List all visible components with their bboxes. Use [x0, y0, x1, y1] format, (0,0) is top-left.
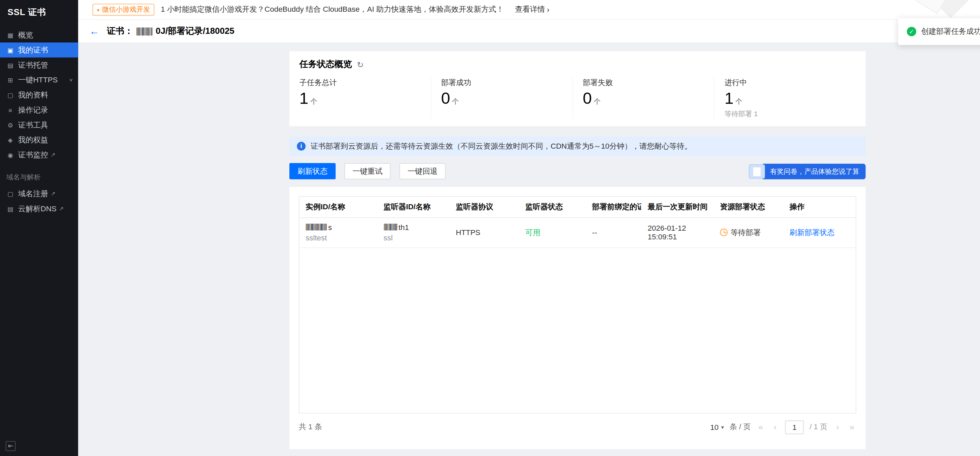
sidebar-item-cert-tools[interactable]: ⚙ 证书工具	[0, 118, 78, 133]
stat-deploy-success: 部署成功 0 个	[430, 77, 572, 119]
records-icon: ≡	[6, 106, 14, 113]
sidebar-item-label: 证书托管	[18, 60, 48, 70]
stats-row: 子任务总计 1 个 部署成功 0 个	[299, 77, 856, 119]
promo-badge-label: 微信小游戏开发	[102, 5, 150, 14]
stat-unit: 个	[594, 97, 601, 106]
stat-sub	[583, 109, 714, 117]
sidebar-item-label: 我的证书	[18, 44, 48, 55]
cell-previous-cert: --	[586, 218, 641, 248]
sidebar-collapse-icon[interactable]: ⇤	[6, 441, 16, 451]
table-header-row: 实例ID/名称 监听器ID/名称 监听器协议 监听器状态 部署前绑定的证书 最后…	[299, 197, 856, 218]
sidebar-nav: ▦ 概览 ▣ 我的证书 ▤ 证书托管 ⊞ 一键HTTPS ∨ ▢ 我的资料 ≡	[0, 27, 78, 216]
task-status-title: 任务状态概览	[299, 59, 352, 70]
retry-all-button[interactable]: 一键重试	[344, 163, 391, 180]
listener-name: ssl	[383, 234, 444, 242]
table-footer: 共 1 条 10 ▾ 条 / 页 « ‹ / 1 页 › »	[299, 421, 856, 434]
refresh-deploy-status-link[interactable]: 刷新部署状态	[789, 228, 834, 237]
stat-sub	[299, 109, 430, 117]
stat-unit: 个	[452, 97, 459, 106]
instance-name: ssltest	[306, 234, 371, 242]
stat-value: 0	[583, 89, 592, 108]
page-size-unit: 条 / 页	[729, 422, 751, 432]
stat-value: 1	[724, 89, 733, 108]
info-icon: i	[297, 142, 305, 151]
refresh-status-button[interactable]: 刷新状态	[290, 163, 336, 180]
stat-sub: 等待部署 1	[724, 109, 855, 119]
page-size-select[interactable]: 10 ▾	[710, 423, 724, 432]
sidebar-item-one-click-https[interactable]: ⊞ 一键HTTPS ∨	[0, 72, 78, 87]
refresh-icon[interactable]: ↻	[357, 60, 364, 68]
profile-icon: ▢	[6, 91, 14, 99]
promo-banner: ● 微信小游戏开发 1 小时能搞定微信小游戏开发？CodeBuddy 结合 Cl…	[78, 0, 980, 20]
stat-unit: 个	[310, 97, 317, 106]
sidebar-item-operation-records[interactable]: ≡ 操作记录	[0, 102, 78, 118]
sidebar-item-label: 一键HTTPS	[18, 75, 57, 85]
hosting-icon: ▤	[6, 62, 14, 68]
sidebar-item-domain-registration[interactable]: ▢ 域名注册 ↗	[0, 186, 78, 201]
stat-label: 进行中	[724, 77, 855, 88]
prev-page-button[interactable]: ‹	[771, 423, 780, 431]
sidebar-item-my-benefits[interactable]: ◈ 我的权益	[0, 133, 78, 148]
stat-sub	[441, 109, 572, 117]
sidebar-item-my-certificates[interactable]: ▣ 我的证书	[0, 43, 78, 57]
sidebar-item-overview[interactable]: ▦ 概览	[0, 27, 78, 43]
sidebar-item-cert-hosting[interactable]: ▤ 证书托管	[0, 57, 78, 73]
rollback-all-button[interactable]: 一键回退	[399, 163, 445, 180]
main-content: 任务状态概览 ↻ 子任务总计 1 个 部署成功	[78, 43, 980, 456]
stat-value: 1	[299, 89, 309, 108]
pending-clock-icon	[720, 229, 727, 237]
stat-value: 0	[441, 89, 450, 108]
redacted-cert-id	[136, 27, 153, 35]
sidebar-item-label: 证书工具	[18, 119, 48, 130]
cell-action: 刷新部署状态	[783, 218, 856, 248]
success-check-icon: ✓	[907, 27, 916, 36]
last-page-button[interactable]: »	[847, 423, 856, 431]
stat-in-progress: 进行中 1 个 等待部署 1	[714, 77, 856, 119]
col-listener: 监听器ID/名称	[377, 197, 449, 218]
stat-unit: 个	[735, 97, 743, 106]
first-page-button[interactable]: «	[757, 423, 765, 431]
cell-listener: th1 ssl	[377, 218, 449, 248]
sidebar-item-label: 证书监控	[18, 150, 48, 160]
page-total: / 1 页	[810, 422, 827, 432]
col-previous-cert: 部署前绑定的证书	[586, 197, 641, 218]
domain-icon: ▢	[6, 190, 14, 197]
pagination: 10 ▾ 条 / 页 « ‹ / 1 页 › »	[710, 421, 856, 434]
cell-deploy-status: 等待部署	[714, 218, 783, 248]
cell-protocol: HTTPS	[449, 218, 519, 248]
total-count: 共 1 条	[299, 422, 322, 432]
sidebar-item-cert-monitor[interactable]: ◉ 证书监控 ↗	[0, 147, 78, 162]
sidebar-item-label: 我的权益	[18, 135, 48, 145]
cell-updated-at: 2026-01-12 15:09:51	[641, 218, 714, 248]
sidebar-item-my-profile[interactable]: ▢ 我的资料	[0, 87, 78, 102]
deploy-records-card: 实例ID/名称 监听器ID/名称 监听器协议 监听器状态 部署前绑定的证书 最后…	[290, 187, 866, 449]
survey-button[interactable]: 有奖问卷，产品体验您说了算	[761, 164, 866, 180]
caret-down-icon: ▾	[721, 424, 724, 431]
sidebar-item-label: 域名注册	[18, 189, 48, 199]
success-toast: ✓ 创建部署任务成功。	[898, 18, 980, 45]
page-number-input[interactable]	[785, 421, 804, 434]
page-size-value: 10	[710, 423, 719, 432]
flame-icon: ●	[97, 7, 99, 12]
cell-listener-status: 可用	[519, 218, 586, 248]
external-link-icon: ↗	[51, 191, 55, 197]
page-title-prefix: 证书：	[107, 26, 133, 37]
back-button[interactable]: ←	[89, 26, 99, 36]
https-icon: ⊞	[6, 77, 14, 84]
toast-message: 创建部署任务成功。	[921, 26, 980, 37]
sidebar: SSL 证书 ▦ 概览 ▣ 我的证书 ▤ 证书托管 ⊞ 一键HTTPS ∨ ▢ …	[0, 0, 78, 456]
deploy-status-text: 等待部署	[730, 227, 760, 238]
page-title: 证书： 0J/部署记录/180025	[107, 26, 234, 37]
overview-icon: ▦	[6, 32, 14, 38]
listener-id-suffix: th1	[399, 223, 409, 232]
promo-text: 1 小时能搞定微信小游戏开发？CodeBuddy 结合 CloudBase，AI…	[161, 4, 504, 15]
sidebar-item-dns[interactable]: ▤ 云解析DNS ↗	[0, 201, 78, 216]
info-banner-text: 证书部署到云资源后，还需等待云资源生效（不同云资源生效时间不同，CDN通常为5～…	[310, 141, 692, 152]
sidebar-item-label: 我的资料	[18, 90, 48, 100]
col-instance: 实例ID/名称	[299, 197, 377, 218]
stat-deploy-failed: 部署失败 0 个	[572, 77, 714, 119]
survey-widget[interactable]: 有奖问卷，产品体验您说了算	[749, 164, 866, 180]
chevron-right-icon: ›	[547, 5, 549, 14]
promo-details-link[interactable]: 查看详情 ›	[515, 4, 550, 15]
next-page-button[interactable]: ›	[833, 423, 842, 431]
